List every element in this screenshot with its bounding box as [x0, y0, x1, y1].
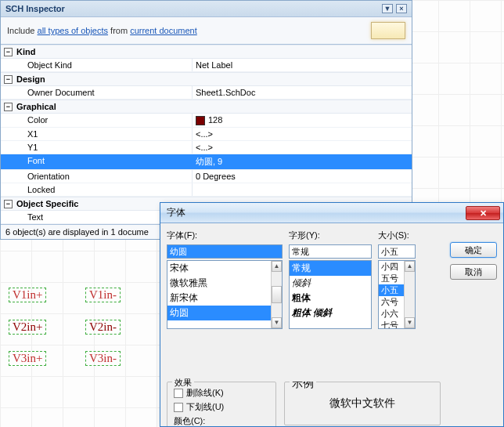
net-label-v2in-minus[interactable]: V2in-	[85, 320, 121, 335]
row-orientation[interactable]: Orientation 0 Degrees	[1, 170, 412, 183]
panel-close-icon[interactable]: ×	[396, 4, 407, 13]
property-grid: − Kind Object Kind Net Label − Design Ow…	[1, 44, 412, 224]
list-item[interactable]: 粗体 倾斜	[290, 306, 371, 320]
scroll-up-icon[interactable]: ▲	[272, 261, 282, 272]
scroll-up-icon[interactable]: ▲	[405, 261, 415, 272]
sample-legend: 示例	[290, 382, 316, 391]
scroll-thumb[interactable]	[272, 286, 282, 303]
effects-group: 效果 删除线(K) 下划线(U) 颜色(C): 自定义 ▼	[167, 382, 276, 427]
panel-titlebar[interactable]: SCH Inspector ▼ ×	[1, 1, 412, 17]
collapse-icon[interactable]: −	[4, 103, 13, 111]
panel-include-bar: Include all types of objects from curren…	[1, 17, 412, 44]
section-kind[interactable]: − Kind	[1, 45, 412, 59]
row-color[interactable]: Color 128	[1, 114, 412, 128]
net-label-v1in-minus[interactable]: V1in-	[85, 288, 121, 302]
color-swatch-icon	[196, 116, 205, 125]
include-prefix: Include	[7, 26, 34, 35]
panel-dropdown-icon[interactable]: ▼	[382, 4, 393, 13]
row-y1[interactable]: Y1 <...>	[1, 141, 412, 154]
list-item[interactable]: 微软雅黑	[167, 276, 282, 291]
collapse-icon[interactable]: −	[4, 200, 13, 208]
list-item[interactable]: 幼圆	[167, 306, 282, 320]
checkbox-icon	[174, 403, 183, 412]
font-label: 字体(F):	[167, 230, 283, 241]
list-item[interactable]: 宋体	[167, 261, 282, 276]
net-label-v3in-plus[interactable]: V3in+	[9, 351, 46, 366]
close-button[interactable]: ✕	[466, 206, 500, 220]
scrollbar[interactable]: ▲ ▼	[271, 261, 282, 328]
row-object-kind[interactable]: Object Kind Net Label	[1, 59, 412, 72]
row-x1[interactable]: X1 <...>	[1, 128, 412, 141]
row-locked[interactable]: Locked	[1, 183, 412, 197]
ok-button[interactable]: 确定	[450, 242, 497, 258]
font-dialog: 字体 ✕ 字体(F): 幼圆 宋体 微软雅黑 新宋体 幼圆 ▲ ▼ 字形(Y):…	[160, 202, 504, 427]
panel-pin-icon[interactable]	[371, 22, 405, 39]
size-list[interactable]: 小四 五号 小五 六号 小六 七号 八号 ▲ ▼	[378, 260, 416, 329]
cancel-button[interactable]: 取消	[450, 264, 497, 280]
effects-legend: 效果	[172, 377, 194, 389]
scrollbar[interactable]: ▲ ▼	[404, 261, 415, 328]
net-label-v2in-plus[interactable]: V2in+	[9, 320, 46, 335]
scroll-down-icon[interactable]: ▼	[272, 317, 282, 328]
font-dialog-title: 字体	[167, 206, 185, 219]
panel-title-text: SCH Inspector	[5, 4, 65, 13]
include-doc-link[interactable]: current document	[130, 26, 197, 35]
include-mid: from	[110, 26, 128, 35]
underline-checkbox[interactable]: 下划线(U)	[174, 401, 269, 413]
style-list[interactable]: 常规 倾斜 粗体 粗体 倾斜	[289, 260, 372, 329]
font-list[interactable]: 宋体 微软雅黑 新宋体 幼圆 ▲ ▼	[167, 260, 283, 329]
net-label-v3in-minus[interactable]: V3in-	[85, 351, 121, 366]
font-dialog-titlebar[interactable]: 字体 ✕	[160, 203, 503, 223]
include-types-link[interactable]: all types of objects	[38, 26, 109, 35]
font-name-input[interactable]: 幼圆	[167, 244, 283, 259]
list-item[interactable]: 倾斜	[290, 276, 371, 291]
section-design[interactable]: − Design	[1, 72, 412, 86]
collapse-icon[interactable]: −	[4, 48, 13, 56]
net-label-v1in-plus[interactable]: V1in+	[9, 288, 46, 302]
sample-group: 示例 微软中文软件	[284, 382, 441, 425]
size-input[interactable]: 小五	[378, 244, 416, 259]
collapse-icon[interactable]: −	[4, 75, 13, 84]
list-item[interactable]: 常规	[290, 261, 371, 276]
list-item[interactable]: 粗体	[290, 291, 371, 306]
style-label: 字形(Y):	[289, 230, 372, 241]
color-label: 颜色(C):	[174, 415, 269, 427]
style-input[interactable]: 常规	[289, 244, 372, 259]
size-label: 大小(S):	[378, 230, 416, 241]
strikethrough-checkbox[interactable]: 删除线(K)	[174, 387, 269, 399]
row-font[interactable]: Font 幼圆, 9	[1, 154, 412, 170]
list-item[interactable]: 新宋体	[167, 291, 282, 306]
sample-text: 微软中文软件	[329, 397, 395, 409]
section-graphical[interactable]: − Graphical	[1, 100, 412, 114]
row-owner-document[interactable]: Owner Document Sheet1.SchDoc	[1, 86, 412, 100]
checkbox-icon	[174, 389, 183, 398]
scroll-down-icon[interactable]: ▼	[405, 317, 415, 328]
